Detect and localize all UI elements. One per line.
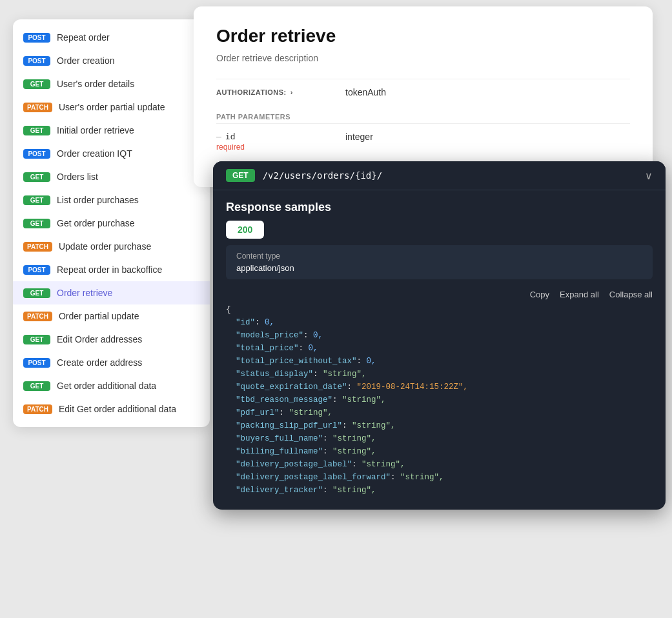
- code-actions: Copy Expand all Collapse all: [213, 286, 666, 303]
- param-id-type: integer: [345, 132, 373, 142]
- path-params-title: PATH PARAMETERS: [216, 105, 630, 123]
- copy-button[interactable]: Copy: [530, 290, 549, 299]
- sidebar-label-repeat-order-backoffice: Repeat order in backoffice: [57, 264, 162, 275]
- method-badge-repeat-order-backoffice: POST: [23, 265, 50, 275]
- method-badge-orders-list: GET: [23, 172, 50, 182]
- sidebar-item-order-partial-update[interactable]: PATCHOrder partial update: [13, 304, 210, 328]
- sidebar-label-users-order-partial-update: User's order partial update: [59, 102, 165, 112]
- sidebar-label-order-creation-iqt: Order creation IQT: [57, 148, 132, 159]
- method-badge-get-order-additional-data: GET: [23, 381, 50, 391]
- method-badge-list-order-purchases: GET: [23, 195, 50, 205]
- method-badge-repeat-order: POST: [23, 33, 50, 43]
- main-panel: Order retrieve Order retrieve descriptio…: [194, 6, 653, 187]
- code-line: "packing_slip_pdf_url": "string",: [226, 419, 653, 432]
- status-tab-200[interactable]: 200: [226, 221, 264, 239]
- param-id-row: — id required integer: [216, 123, 630, 159]
- sidebar-label-repeat-order: Repeat order: [57, 32, 110, 43]
- code-line: "id": 0,: [226, 316, 653, 329]
- sidebar-item-get-order-additional-data[interactable]: GETGet order additional data: [13, 374, 210, 397]
- code-line: "pdf_url": "string",: [226, 406, 653, 419]
- chevron-down-icon[interactable]: ∨: [645, 170, 653, 182]
- sidebar-item-order-creation[interactable]: POSTOrder creation: [13, 49, 210, 72]
- sidebar-label-list-order-purchases: List order purchases: [57, 195, 139, 205]
- code-line: "status_display": "string",: [226, 368, 653, 381]
- sidebar-item-repeat-order-backoffice[interactable]: POSTRepeat order in backoffice: [13, 258, 210, 281]
- code-line: "delivery_postage_label": "string",: [226, 458, 653, 471]
- sidebar-label-users-order-details: User's order details: [57, 79, 134, 89]
- method-badge-update-order-purchase: PATCH: [23, 242, 52, 252]
- response-samples-title: Response samples: [213, 190, 666, 221]
- code-panel-header: GET /v2/users/orders/{id}/ ∨: [213, 161, 666, 190]
- content-type-box: Content type application/json: [226, 245, 653, 279]
- method-badge-order-creation: POST: [23, 56, 50, 66]
- sidebar-item-users-order-partial-update[interactable]: PATCHUser's order partial update: [13, 95, 210, 119]
- method-badge-users-order-details: GET: [23, 79, 50, 89]
- sidebar-item-users-order-details[interactable]: GETUser's order details: [13, 72, 210, 95]
- sidebar-item-repeat-order[interactable]: POSTRepeat order: [13, 26, 210, 49]
- method-badge-order-creation-iqt: POST: [23, 149, 50, 159]
- sidebar-label-order-retrieve: Order retrieve: [57, 288, 112, 298]
- code-line: "total_price": 0,: [226, 342, 653, 355]
- sidebar-item-update-order-purchase[interactable]: PATCHUpdate order purchase: [13, 235, 210, 258]
- sidebar-item-order-retrieve[interactable]: GETOrder retrieve: [13, 281, 210, 304]
- content-type-label: Content type: [236, 252, 642, 261]
- sidebar-label-create-order-address: Create order address: [57, 357, 142, 368]
- sidebar-label-edit-get-order-additional-data: Edit Get order additional data: [59, 404, 176, 414]
- page-title: Order retrieve: [216, 26, 630, 46]
- sidebar-item-initial-order-retrieve[interactable]: GETInitial order retrieve: [13, 119, 210, 142]
- sidebar-item-get-order-purchase[interactable]: GETGet order purchase: [13, 212, 210, 235]
- sidebar-item-order-creation-iqt[interactable]: POSTOrder creation IQT: [13, 142, 210, 165]
- code-line: "buyers_full_name": "string",: [226, 432, 653, 445]
- endpoint-path: /v2/users/orders/{id}/: [263, 170, 645, 181]
- method-badge-edit-get-order-additional-data: PATCH: [23, 404, 52, 414]
- sidebar-item-list-order-purchases[interactable]: GETList order purchases: [13, 188, 210, 212]
- method-badge-order-retrieve: GET: [23, 288, 50, 298]
- sidebar-label-initial-order-retrieve: Initial order retrieve: [57, 125, 134, 135]
- chevron-right-icon: ›: [290, 88, 293, 96]
- method-badge-create-order-address: POST: [23, 358, 50, 368]
- param-id-required: required: [216, 143, 345, 152]
- code-line: "models_price": 0,: [226, 329, 653, 342]
- code-block: { "id": 0, "models_price": 0, "total_pri…: [226, 303, 653, 497]
- method-badge-order-partial-update: PATCH: [23, 312, 52, 321]
- method-badge: GET: [226, 169, 255, 182]
- code-line: "delivery_postage_label_forward": "strin…: [226, 471, 653, 484]
- param-dash: —: [216, 132, 221, 141]
- sidebar-label-edit-order-addresses: Edit Order addresses: [57, 334, 142, 344]
- content-type-value: application/json: [236, 263, 642, 273]
- sidebar-item-edit-get-order-additional-data[interactable]: PATCHEdit Get order additional data: [13, 397, 210, 421]
- param-id-name-col: — id required: [216, 132, 345, 152]
- sidebar-label-get-order-additional-data: Get order additional data: [57, 381, 156, 391]
- code-panel: GET /v2/users/orders/{id}/ ∨ Response sa…: [213, 161, 666, 510]
- sidebar-label-get-order-purchase: Get order purchase: [57, 218, 135, 228]
- sidebar-label-orders-list: Orders list: [57, 172, 98, 182]
- sidebar-label-order-partial-update: Order partial update: [59, 311, 139, 321]
- sidebar-label-update-order-purchase: Update order purchase: [59, 241, 151, 252]
- sidebar-item-create-order-address[interactable]: POSTCreate order address: [13, 351, 210, 374]
- code-line: "quote_expiration_date": "2019-08-24T14:…: [226, 381, 653, 394]
- code-line: "delivery_tracker": "string",: [226, 484, 653, 497]
- page-description: Order retrieve description: [216, 53, 630, 63]
- code-line: "tbd_reason_message": "string",: [226, 394, 653, 406]
- code-line: "billing_fullname": "string",: [226, 445, 653, 458]
- param-id-name: — id: [216, 132, 345, 141]
- expand-all-button[interactable]: Expand all: [560, 290, 599, 299]
- method-badge-edit-order-addresses: GET: [23, 335, 50, 344]
- sidebar-item-orders-list[interactable]: GETOrders list: [13, 165, 210, 188]
- collapse-all-button[interactable]: Collapse all: [609, 290, 653, 299]
- method-badge-initial-order-retrieve: GET: [23, 126, 50, 135]
- method-badge-users-order-partial-update: PATCH: [23, 103, 52, 112]
- code-line: "total_price_without_tax": 0,: [226, 355, 653, 368]
- sidebar-label-order-creation: Order creation: [57, 55, 114, 66]
- authorizations-value: tokenAuth: [345, 87, 386, 97]
- sidebar-item-edit-order-addresses[interactable]: GETEdit Order addresses: [13, 328, 210, 351]
- sidebar: POSTRepeat orderPOSTOrder creationGETUse…: [13, 19, 210, 427]
- authorizations-label[interactable]: AUTHORIZATIONS: ›: [216, 88, 345, 96]
- authorizations-row: AUTHORIZATIONS: › tokenAuth: [216, 79, 630, 105]
- method-badge-get-order-purchase: GET: [23, 219, 50, 228]
